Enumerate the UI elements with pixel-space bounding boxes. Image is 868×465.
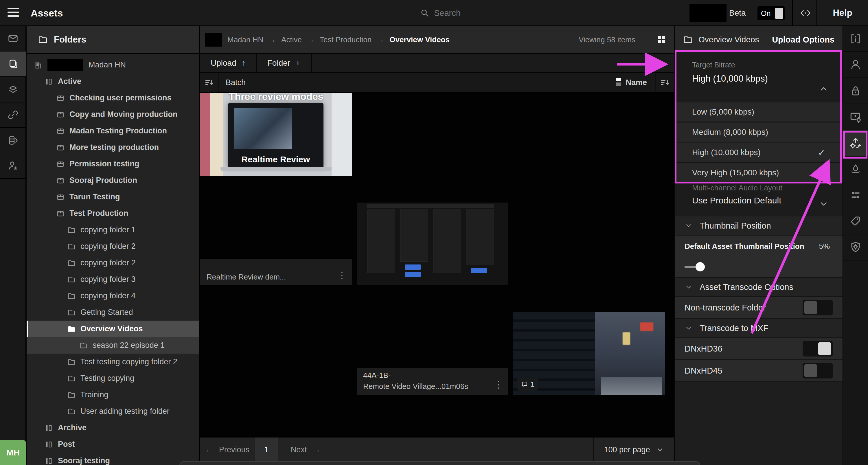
tree-item-folder[interactable]: season 22 episode 1 — [27, 337, 199, 353]
panel-tab-people[interactable] — [843, 52, 868, 78]
tree-item-production[interactable]: Test Production — [27, 205, 199, 222]
tree-item-production[interactable]: More testing production — [27, 139, 199, 156]
bitrate-option-very-high[interactable]: Very High (15,000 kbps) — [675, 163, 842, 183]
nav-layers[interactable] — [0, 77, 26, 102]
search-input[interactable] — [434, 8, 521, 18]
tree-item-division[interactable]: Sooraj testing — [27, 453, 199, 465]
tree-item-folder[interactable]: copying folder 3 — [27, 271, 199, 288]
grid-view-button[interactable] — [649, 26, 674, 54]
tree-item-production[interactable]: Copy and Moving production — [27, 106, 199, 123]
panel-tab-permissions[interactable] — [843, 78, 868, 104]
division-icon — [44, 77, 53, 86]
sort-field-label[interactable]: Name — [625, 78, 647, 87]
watermark-icon — [850, 163, 861, 175]
app-window: Assets Beta On Help MH Folders — [0, 0, 868, 465]
tree-item-production[interactable]: Sooraj Production — [27, 172, 199, 189]
upload-button[interactable]: Upload ↑ — [200, 54, 257, 72]
panel-tab-security[interactable] — [843, 235, 868, 260]
tree-item-division[interactable]: Archive — [27, 420, 199, 436]
breadcrumb-arrow-icon: → — [307, 35, 314, 44]
panel-tab-preferences[interactable] — [843, 182, 868, 208]
tree-item-folder[interactable]: copying folder 1 — [27, 222, 199, 238]
developer-code-button[interactable] — [795, 0, 816, 26]
folder-icon — [38, 34, 48, 45]
slider-knob[interactable] — [695, 262, 705, 272]
tree-item-folder[interactable]: User adding testing folder — [27, 403, 199, 420]
per-page-select[interactable]: 100 per page — [594, 437, 674, 462]
batch-label[interactable]: Batch — [226, 78, 246, 87]
thumb-decor — [623, 332, 630, 345]
folder-icon — [67, 259, 76, 267]
nav-user-admin[interactable] — [0, 153, 26, 179]
kebab-menu-icon[interactable]: ⋮ — [336, 270, 348, 282]
tree-item-production[interactable]: Madan Testing Production — [27, 123, 199, 139]
breadcrumb-current: Overview Videos — [390, 35, 450, 44]
previous-page-button[interactable]: ← Previous — [200, 437, 255, 462]
panel-tab-watermark[interactable] — [843, 156, 868, 182]
user-avatar[interactable]: MH — [0, 440, 26, 465]
tab-upload-options[interactable]: Upload Options — [772, 35, 834, 44]
search-bar[interactable] — [420, 0, 521, 26]
current-page-button[interactable]: 1 — [255, 437, 278, 462]
tree-item-production[interactable]: Permission testing — [27, 156, 199, 172]
dnxhd45-toggle[interactable] — [803, 363, 833, 378]
breadcrumb-account[interactable]: Madan HN — [227, 35, 263, 44]
bitrate-option-medium[interactable]: Medium (8,000 kbps) — [675, 123, 842, 143]
sort-direction-button[interactable] — [656, 73, 674, 92]
tree-item-folder[interactable]: Getting Started — [27, 304, 199, 320]
target-bitrate-dropdown[interactable]: Target Bitrate High (10,000 kbps) — [675, 52, 842, 102]
panel-tab-playback-settings[interactable] — [843, 104, 868, 130]
dnxhd36-toggle[interactable] — [803, 341, 833, 356]
nav-inbox[interactable] — [0, 26, 26, 52]
assets-icon — [7, 58, 19, 69]
asset-card-info[interactable]: Realtime Review dem... ⋮ — [200, 259, 352, 285]
upload-arrow-icon: ↑ — [242, 58, 246, 68]
tree-item-account[interactable]: Madan HN — [27, 57, 199, 73]
folder-icon — [67, 358, 76, 366]
tree-item-production[interactable]: Checking user permissions — [27, 90, 199, 106]
thumb-decor — [332, 93, 352, 176]
asset-thumbnail[interactable]: Three review modes Realtime Review — [200, 93, 352, 176]
batch-sort-button[interactable] — [200, 73, 219, 92]
tree-item-folder[interactable]: Testing copying — [27, 370, 199, 386]
tree-item-folder[interactable]: copying folder 4 — [27, 288, 199, 304]
section-asset-transcode-options[interactable]: Asset Transcode Options — [675, 278, 842, 297]
tree-item-folder[interactable]: copying folder 2 — [27, 255, 199, 271]
bitrate-option-low[interactable]: Low (5,000 kbps) — [675, 102, 842, 122]
beta-toggle-label: On — [761, 9, 771, 18]
panel-tab-info[interactable] — [843, 26, 868, 52]
nav-assets[interactable] — [0, 52, 26, 77]
tree-item-folder[interactable]: Training — [27, 386, 199, 403]
nav-links[interactable] — [0, 102, 26, 128]
panel-tab-upload-settings[interactable] — [843, 130, 868, 156]
tree-item-folder-selected[interactable]: Overview Videos — [27, 320, 199, 337]
panel-tab-tags[interactable] — [843, 208, 868, 235]
section-thumbnail-position[interactable]: Thumbnail Position — [675, 216, 842, 236]
nav-dailies[interactable] — [0, 128, 26, 153]
section-transcode-to-mxf[interactable]: Transcode to MXF — [675, 319, 842, 338]
production-icon — [56, 160, 65, 168]
breadcrumb-division[interactable]: Active — [281, 35, 302, 44]
thumb-decor — [471, 268, 487, 273]
non-transcode-toggle[interactable] — [803, 300, 833, 315]
thumbnail-position-slider[interactable] — [685, 262, 771, 272]
help-button[interactable]: Help — [817, 0, 868, 26]
audio-layout-dropdown[interactable]: Multi-channel Audio Layout Use Productio… — [675, 183, 842, 216]
tree-item-division[interactable]: Active — [27, 73, 199, 90]
tree-item-folder[interactable]: copying folder 2 — [27, 238, 199, 255]
hamburger-menu-icon[interactable] — [7, 8, 19, 18]
tree-item-production[interactable]: Tarun Testing — [27, 189, 199, 205]
breadcrumb-production[interactable]: Test Production — [320, 35, 372, 44]
bitrate-option-high[interactable]: High (10,000 kbps) ✓ — [675, 143, 842, 163]
asset-thumbnail[interactable]: 1 — [513, 312, 665, 395]
new-folder-button[interactable]: Folder + — [257, 54, 312, 72]
redacted-account-thumb — [205, 33, 222, 46]
beta-toggle[interactable]: On — [757, 6, 785, 20]
asset-card-info[interactable]: 44A-1B- Remote Video Village...01m06s ⋮ — [357, 368, 508, 395]
next-page-button[interactable]: Next → — [278, 437, 333, 462]
tree-item-folder[interactable]: Test testing copying folder 2 — [27, 353, 199, 370]
asset-thumbnail[interactable] — [357, 203, 508, 285]
tree-item-division[interactable]: Post — [27, 436, 199, 453]
kebab-menu-icon[interactable]: ⋮ — [493, 379, 504, 392]
lock-icon — [850, 85, 861, 97]
